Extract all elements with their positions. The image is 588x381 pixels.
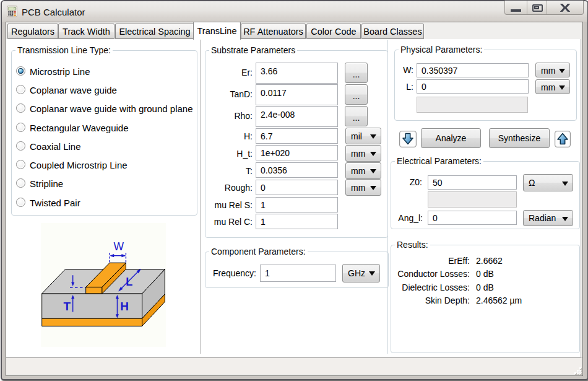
svg-text:W: W (114, 240, 124, 253)
svg-text:T: T (64, 300, 71, 313)
svg-text:H: H (120, 300, 129, 313)
svg-text:L: L (126, 276, 132, 288)
